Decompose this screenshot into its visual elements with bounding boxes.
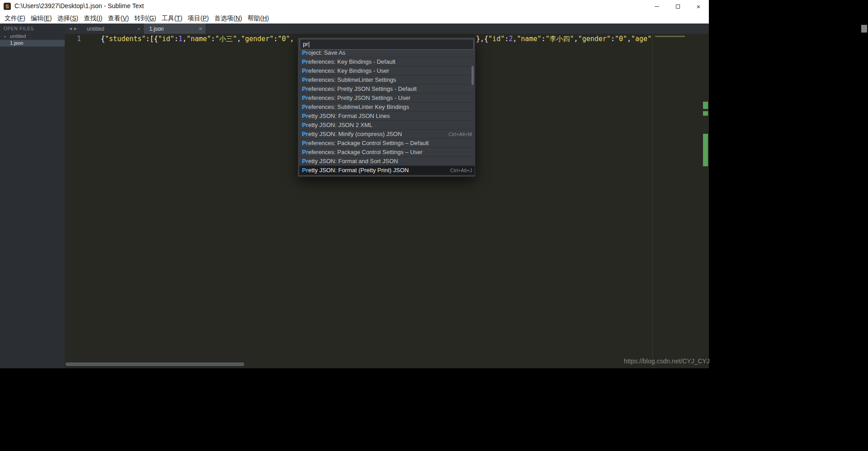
code-token: "id" [158, 35, 174, 43]
code-token: "0" [615, 35, 627, 43]
palette-item-label: Preferences: Pretty JSON Settings - User [302, 94, 410, 101]
close-button[interactable]: × [688, 0, 709, 13]
code-token: 2 [509, 35, 513, 43]
menu-mnemonic: G [149, 14, 154, 22]
menu-mnemonic: N [236, 14, 240, 22]
palette-item[interactable]: Preferences: Pretty JSON Settings - User [299, 94, 475, 103]
menu-mnemonic: H [262, 14, 267, 22]
palette-item[interactable]: Pretty JSON: Minify (compress) JSONCtrl+… [299, 130, 475, 139]
match-highlight: Pr [302, 131, 308, 137]
code-line-right: },{"id":2,"name":"李小四","gender":"0","age… [476, 34, 651, 43]
menu-item-file[interactable]: 文件(F) [2, 13, 28, 23]
tab-1-json[interactable]: 1.json× [144, 23, 206, 34]
menu-label: 转到( [134, 14, 149, 22]
match-highlight: Pr [302, 67, 308, 74]
menu-label: ) [23, 14, 25, 22]
match-highlight: Pr [302, 122, 308, 128]
palette-item[interactable]: Pretty JSON: Format JSON Lines [299, 112, 475, 121]
maximize-button[interactable] [667, 0, 688, 13]
palette-item[interactable]: Pretty JSON: Format and Sort JSON [299, 157, 475, 166]
command-palette-query: pr [303, 41, 308, 47]
menu-item-selection[interactable]: 选择(S) [55, 13, 81, 23]
palette-item[interactable]: Preferences: Package Control Settings – … [299, 148, 475, 157]
palette-item[interactable]: Pretty JSON: JSON 2 XML [299, 121, 475, 130]
match-highlight: Pr [302, 94, 308, 101]
open-files-list: ●untitled1.json [0, 33, 65, 47]
sidebar: OPEN FILES ●untitled1.json [0, 23, 65, 368]
menu-mnemonic: V [123, 14, 127, 22]
tab-scroll-left-icon[interactable]: ◀ [69, 27, 72, 31]
palette-item[interactable]: Pretty JSON: Format (Pretty Print) JSONC… [299, 166, 475, 175]
tabs: untitled●1.json× [81, 23, 206, 34]
code-token: "name" [517, 35, 541, 43]
code-token: "gender" [578, 35, 611, 43]
minimize-icon [655, 6, 659, 7]
tab-close-icon[interactable]: × [198, 25, 202, 32]
menu-label: 工具( [161, 14, 176, 22]
file-name: untitled [10, 33, 26, 39]
palette-item-label: Preferences: SublimeLinter Settings [302, 76, 396, 83]
palette-item[interactable]: Preferences: Pretty JSON Settings - Defa… [299, 85, 475, 94]
menu-item-project[interactable]: 项目(P) [185, 13, 212, 23]
menu-label: 编辑( [31, 14, 46, 22]
open-file-1-json[interactable]: 1.json [0, 40, 65, 47]
palette-item-label: Preferences: Package Control Settings – … [302, 149, 423, 155]
code-token: : [542, 35, 546, 43]
palette-item[interactable]: Preferences: Key Bindings - Default [299, 57, 475, 66]
code-token: : [505, 35, 509, 43]
tab-scroll-right-icon[interactable]: ▶ [74, 27, 77, 31]
match-highlight: Pr [302, 85, 308, 92]
code-token: , [627, 35, 631, 43]
match-highlight: Pr [302, 50, 308, 56]
titlebar: S C:\Users\23927\Desktop\1.json - Sublim… [0, 0, 709, 13]
match-highlight: Pr [302, 58, 308, 65]
menu-item-view[interactable]: 查看(V) [105, 13, 132, 23]
code-token: : [211, 35, 215, 43]
palette-item[interactable]: Preferences: Key Bindings - User [299, 66, 475, 75]
scrollbar-mark [703, 102, 708, 109]
menu-mnemonic: E [46, 14, 50, 22]
sublime-icon: S [4, 3, 11, 10]
open-file-untitled[interactable]: ●untitled [0, 33, 65, 40]
menubar: 文件(F)编辑(E)选择(S)查找(I)查看(V)转到(G)工具(T)项目(P)… [0, 13, 709, 23]
code-token: "id" [488, 35, 505, 43]
menu-item-goto[interactable]: 转到(G) [132, 13, 159, 23]
code-token: "小三" [215, 35, 237, 43]
menu-label: 帮助( [248, 14, 263, 22]
open-files-header: OPEN FILES [0, 23, 65, 33]
close-icon: × [697, 3, 701, 10]
horizontal-scrollbar-thumb[interactable] [66, 362, 244, 366]
palette-item[interactable]: Preferences: Package Control Settings – … [299, 139, 475, 148]
code-token: { [101, 35, 105, 43]
menu-item-edit[interactable]: 编辑(E) [28, 13, 55, 23]
palette-item-label: Pretty JSON: Format (Pretty Print) JSON [302, 167, 409, 174]
code-token: :[{ [146, 35, 158, 43]
palette-item[interactable]: Preferences: SublimeLinter Settings [299, 75, 475, 85]
code-line-left: {"students":[{"id":1,"name":"小三","gender… [101, 34, 294, 43]
match-highlight: Pr [302, 167, 308, 174]
palette-item-label: Preferences: Package Control Settings – … [302, 140, 429, 146]
palette-scrollbar-thumb[interactable] [472, 66, 474, 85]
menu-item-tools[interactable]: 工具(T) [159, 13, 185, 23]
menu-item-find[interactable]: 查找(I) [81, 13, 105, 23]
minimap-line-preview [655, 36, 685, 37]
modified-dot-icon: ● [4, 33, 6, 40]
code-token: },{ [476, 35, 488, 43]
palette-item-label: Pretty JSON: Format and Sort JSON [302, 158, 398, 164]
palette-item-shortcut: Ctrl+Alt+M [448, 132, 472, 137]
match-highlight: Pr [302, 158, 308, 164]
palette-item[interactable]: Project: Save As [299, 50, 475, 57]
palette-item[interactable]: Preferences: SublimeLinter Key Bindings [299, 103, 475, 112]
code-token: : [274, 35, 278, 43]
tab-untitled[interactable]: untitled● [81, 23, 144, 34]
palette-item-label: Pretty JSON: JSON 2 XML [302, 122, 373, 128]
menu-label: 项目( [188, 14, 203, 22]
menu-item-help[interactable]: 帮助(H) [245, 13, 272, 23]
menu-label: ) [240, 14, 242, 22]
menu-item-preferences[interactable]: 首选项(N) [212, 13, 245, 23]
command-palette-input[interactable]: pr [300, 39, 474, 50]
scrollbar-mark [703, 134, 708, 166]
palette-item-shortcut: Ctrl+Alt+J [450, 168, 472, 173]
minimize-button[interactable] [646, 0, 667, 13]
code-token: , [183, 35, 187, 43]
